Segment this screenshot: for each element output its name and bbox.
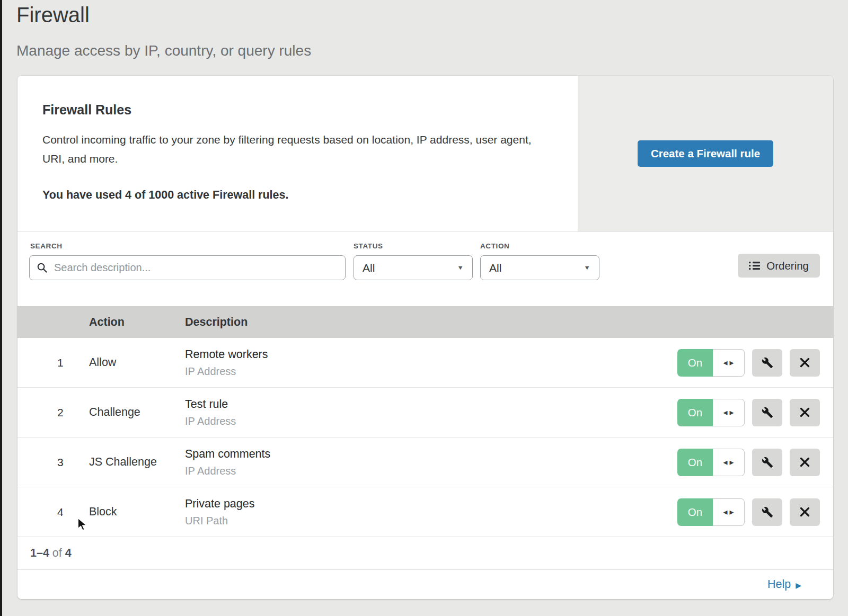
rule-description-cell: Remote workers IP Address: [185, 348, 653, 378]
card-footer: Help ▶: [17, 570, 833, 599]
toggle-arrows-icon[interactable]: ◂▸: [713, 449, 745, 476]
action-selected-value: All: [489, 262, 501, 274]
rule-match-field: IP Address: [185, 365, 653, 378]
toggle-arrows-icon[interactable]: ◂▸: [713, 399, 745, 426]
search-label: SEARCH: [30, 242, 63, 250]
rule-action: Block: [89, 505, 185, 519]
pagination-of-word: of: [52, 547, 62, 560]
configure-rule-button[interactable]: [752, 399, 782, 426]
delete-rule-button[interactable]: [790, 498, 820, 526]
rule-match-field: IP Address: [185, 465, 653, 477]
search-input[interactable]: [29, 255, 346, 280]
status-selected-value: All: [363, 262, 375, 274]
rule-controls: On ◂▸: [653, 498, 833, 526]
rule-toggle: On ◂▸: [677, 498, 745, 526]
wrench-icon: [762, 457, 773, 468]
chevron-down-icon: ▼: [457, 264, 464, 271]
close-icon: [800, 358, 810, 368]
rule-toggle: On ◂▸: [677, 399, 745, 426]
close-icon: [800, 507, 810, 517]
rule-priority: 2: [17, 406, 89, 419]
toggle-on-segment[interactable]: On: [677, 498, 713, 526]
rule-description-cell: Spam comments IP Address: [185, 448, 653, 477]
toggle-arrows-icon[interactable]: ◂▸: [713, 498, 745, 526]
page-subtitle: Manage access by IP, country, or query r…: [16, 42, 311, 59]
create-rule-panel: Create a Firewall rule: [578, 76, 833, 231]
rule-description-cell: Private pages URI Path: [185, 497, 653, 527]
pagination-range: 1–4: [30, 547, 49, 560]
action-column-header: Action: [89, 316, 185, 329]
toggle-on-segment[interactable]: On: [677, 349, 713, 377]
rule-action: JS Challenge: [89, 456, 185, 469]
overview-section: Firewall Rules Control incoming traffic …: [17, 76, 833, 232]
table-row: 4 Block Private pages URI Path On ◂▸: [17, 487, 833, 537]
rule-controls: On ◂▸: [653, 399, 833, 426]
table-row: 3 JS Challenge Spam comments IP Address …: [17, 438, 833, 487]
close-icon: [800, 457, 810, 467]
screen-edge-strip: [0, 0, 2, 616]
toggle-arrows-icon[interactable]: ◂▸: [713, 349, 745, 377]
help-link-label: Help: [767, 578, 791, 591]
delete-rule-button[interactable]: [790, 449, 820, 476]
search-icon: [37, 262, 48, 273]
rule-match-field: IP Address: [185, 415, 653, 427]
wrench-icon: [762, 407, 773, 418]
rule-description: Private pages: [185, 497, 653, 511]
rule-priority: 1: [17, 356, 89, 369]
table-row: 1 Allow Remote workers IP Address On ◂▸: [17, 338, 833, 388]
toggle-on-segment[interactable]: On: [677, 449, 713, 476]
list-icon: [749, 261, 760, 270]
rule-description: Spam comments: [185, 448, 653, 461]
status-label: STATUS: [354, 242, 383, 250]
action-select[interactable]: All ▼: [480, 255, 599, 280]
rules-description: Control incoming traffic to your zone by…: [42, 130, 556, 168]
rule-controls: On ◂▸: [653, 449, 833, 476]
search-field-wrap: [29, 255, 346, 280]
delete-rule-button[interactable]: [790, 349, 820, 377]
filters-bar: SEARCH STATUS All ▼ ACTION All ▼: [17, 232, 833, 306]
rule-controls: On ◂▸: [653, 349, 833, 377]
rule-description: Test rule: [185, 398, 653, 411]
toggle-on-segment[interactable]: On: [677, 399, 713, 426]
help-link[interactable]: Help ▶: [767, 578, 801, 591]
rule-toggle: On ◂▸: [677, 449, 745, 476]
rule-toggle: On ◂▸: [677, 349, 745, 377]
chevron-down-icon: ▼: [584, 264, 590, 271]
rule-action: Allow: [89, 356, 185, 369]
delete-rule-button[interactable]: [790, 399, 820, 426]
rule-match-field: URI Path: [185, 515, 653, 527]
wrench-icon: [762, 506, 773, 518]
firewall-page: Firewall Manage access by IP, country, o…: [0, 0, 848, 616]
rule-action: Challenge: [89, 406, 185, 419]
action-label: ACTION: [480, 242, 509, 250]
rule-priority: 4: [17, 506, 89, 519]
configure-rule-button[interactable]: [752, 449, 782, 476]
table-row: 2 Challenge Test rule IP Address On ◂▸: [17, 388, 833, 438]
ordering-button[interactable]: Ordering: [738, 254, 820, 278]
pagination-total: 4: [65, 547, 72, 560]
rule-description-cell: Test rule IP Address: [185, 398, 653, 427]
chevron-right-icon: ▶: [796, 581, 801, 590]
rules-usage-count: You have used 4 of 1000 active Firewall …: [42, 189, 556, 202]
firewall-rules-card: Firewall Rules Control incoming traffic …: [17, 76, 833, 599]
rule-priority: 3: [17, 456, 89, 469]
table-header-row: Action Description: [17, 306, 833, 338]
ordering-button-label: Ordering: [766, 260, 809, 272]
rules-heading: Firewall Rules: [42, 102, 556, 118]
overview-text-panel: Firewall Rules Control incoming traffic …: [17, 76, 578, 231]
pagination-bar: 1–4 of 4: [17, 537, 833, 570]
description-column-header: Description: [185, 316, 653, 329]
page-title: Firewall: [16, 3, 90, 27]
configure-rule-button[interactable]: [752, 498, 782, 526]
close-icon: [800, 407, 810, 417]
create-firewall-rule-button[interactable]: Create a Firewall rule: [638, 140, 773, 167]
rule-description: Remote workers: [185, 348, 653, 361]
configure-rule-button[interactable]: [752, 349, 782, 377]
wrench-icon: [762, 357, 773, 369]
status-select[interactable]: All ▼: [354, 255, 473, 280]
